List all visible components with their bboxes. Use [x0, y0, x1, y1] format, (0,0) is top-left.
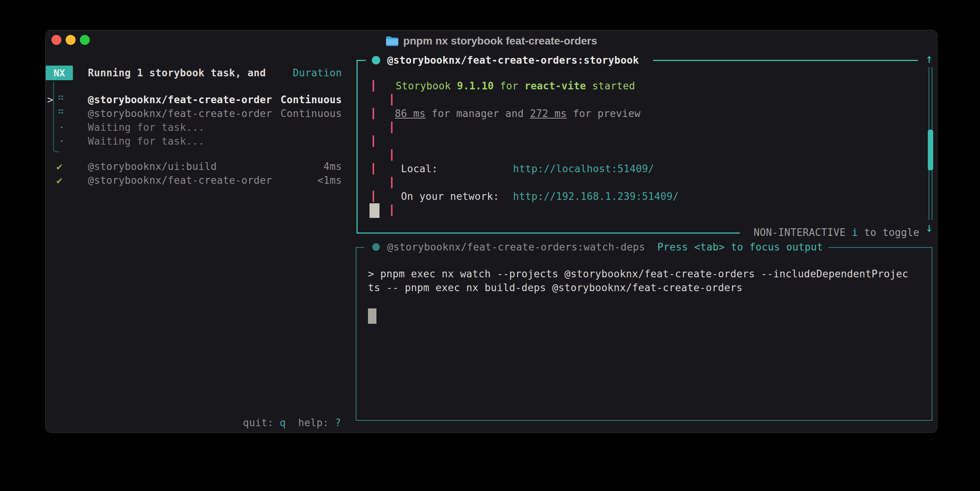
scroll-down-arrow[interactable]: ↓	[926, 221, 933, 234]
terminal-window: pnpm nx storybook feat-create-orders NX …	[45, 30, 937, 433]
storybook-timing-line: 86 ms for manager and 272 ms for preview	[395, 107, 640, 120]
interactive-mode-footer: NON-INTERACTIVE i to toggle	[751, 226, 922, 239]
pink-output-bar	[373, 108, 374, 119]
scroll-up-arrow[interactable]: ↑	[926, 53, 933, 65]
storybook-pane-border-top-stub	[356, 60, 366, 61]
task-duration: 4ms	[88, 160, 342, 173]
storybook-version: 9.1.10	[457, 80, 494, 92]
focus-output-hint: Press <tab> to focus output	[657, 240, 823, 254]
watch-pane-border-top-rule	[828, 247, 932, 248]
window-title-group: pnpm nx storybook feat-create-orders	[46, 33, 937, 49]
storybook-started-line: Storybook 9.1.10 for react-vite started	[396, 79, 635, 93]
task-status-dot-icon	[372, 243, 380, 251]
preview-time: 272 ms	[530, 108, 567, 119]
quit-label: quit:	[243, 417, 274, 428]
blue-folder-icon	[386, 36, 399, 46]
check-icon: ✔	[56, 173, 63, 187]
titlebar: pnpm nx storybook feat-create-orders	[46, 30, 937, 50]
watch-command-line: > pnpm exec nx watch --projects @storybo…	[368, 267, 908, 281]
mode-label: NON-INTERACTIVE	[754, 227, 852, 238]
terminal-cursor	[368, 308, 376, 324]
task-name: Waiting for task...	[88, 134, 205, 148]
watch-pane-title[interactable]: @storybooknx/feat-create-orders:watch-de…	[387, 240, 645, 254]
pink-output-bar	[373, 191, 374, 202]
task-status: Continuous	[88, 107, 342, 120]
task-status-dot-icon	[372, 56, 380, 64]
active-task-cursor: >	[47, 93, 53, 107]
help-key: ?	[329, 417, 341, 428]
task-status: Continuous	[88, 93, 342, 107]
task-duration: <1ms	[88, 173, 342, 187]
pending-dot-icon: ·	[59, 134, 65, 148]
storybook-framework: react-vite	[525, 80, 586, 92]
terminal-cursor	[370, 203, 379, 218]
network-url-link[interactable]: http://192.168.1.239:51409/	[513, 189, 679, 203]
pink-output-bar	[391, 149, 393, 161]
pink-output-bar	[391, 94, 393, 105]
pink-output-bar	[391, 177, 393, 188]
duration-column-header: Duration	[88, 66, 342, 80]
watch-pane-border-top-stub	[356, 247, 364, 248]
scrollbar-thumb[interactable]	[928, 130, 933, 170]
spinner-icon: ⠛	[57, 107, 64, 120]
nx-logo-badge: NX	[46, 66, 73, 80]
check-icon: ✔	[56, 160, 63, 173]
spinner-icon: ⠛	[57, 93, 64, 107]
storybook-pane-border-bottom	[356, 232, 740, 234]
watch-pane-border-bottom	[356, 420, 932, 421]
pending-dot-icon: ·	[59, 120, 65, 134]
pink-output-bar	[391, 204, 393, 216]
task-name: Waiting for task...	[88, 120, 205, 134]
pink-output-bar	[373, 135, 374, 147]
network-label: On your network:	[401, 189, 499, 203]
keybinding-help-footer: quit: q help: ?	[243, 416, 341, 430]
storybook-pane-border-left	[356, 60, 358, 234]
quit-key: q	[274, 417, 286, 428]
pink-output-bar	[391, 122, 393, 133]
local-label: Local:	[401, 162, 438, 176]
pink-output-bar	[373, 80, 374, 92]
local-url-link[interactable]: http://localhost:51409/	[513, 162, 654, 176]
pink-output-bar	[373, 163, 374, 175]
toggle-hint: to toggle	[858, 227, 919, 238]
watch-pane-border-left	[356, 247, 356, 421]
help-label: help:	[286, 417, 329, 428]
manager-time: 86 ms	[395, 108, 426, 119]
watch-pane-border-right	[932, 247, 932, 421]
storybook-pane-title[interactable]: @storybooknx/feat-create-orders:storyboo…	[387, 53, 639, 67]
toggle-key: i	[852, 227, 858, 238]
storybook-pane-title-rule	[653, 60, 918, 61]
window-title: pnpm nx storybook feat-create-orders	[403, 35, 597, 47]
watch-command-line: ts -- pnpm exec nx build-deps @storybook…	[368, 281, 742, 295]
